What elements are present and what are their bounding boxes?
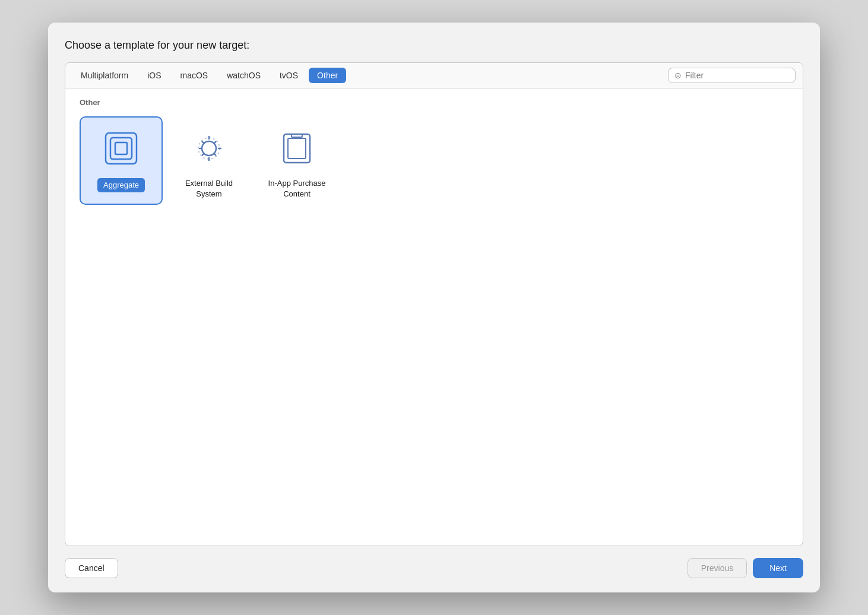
tab-macos[interactable]: macOS bbox=[172, 68, 216, 83]
filter-container: ⊜ bbox=[668, 68, 796, 83]
tabs-bar: Multiplatform iOS macOS watchOS tvOS Oth… bbox=[65, 63, 803, 88]
templates-grid: Aggregate External Build System bbox=[80, 116, 788, 205]
svg-rect-6 bbox=[292, 134, 302, 137]
section-label: Other bbox=[80, 98, 788, 107]
gear-icon bbox=[185, 125, 233, 172]
tab-other[interactable]: Other bbox=[309, 68, 346, 83]
filter-input[interactable] bbox=[685, 71, 789, 80]
svg-rect-1 bbox=[110, 138, 132, 159]
content-area: Other Aggregate bbox=[65, 88, 803, 546]
iap-label: In-App Purchase Content bbox=[261, 178, 332, 199]
previous-button[interactable]: Previous bbox=[688, 558, 747, 578]
template-item-aggregate[interactable]: Aggregate bbox=[80, 116, 163, 205]
aggregate-icon bbox=[97, 125, 145, 172]
svg-rect-5 bbox=[288, 138, 306, 158]
template-chooser-dialog: Choose a template for your new target: M… bbox=[48, 23, 820, 592]
tab-ios[interactable]: iOS bbox=[139, 68, 169, 83]
tab-watchos[interactable]: watchOS bbox=[218, 68, 269, 83]
template-item-external-build[interactable]: External Build System bbox=[167, 116, 251, 205]
cancel-button[interactable]: Cancel bbox=[65, 558, 118, 578]
tab-tvos[interactable]: tvOS bbox=[271, 68, 306, 83]
template-item-iap[interactable]: In-App Purchase Content bbox=[255, 116, 338, 205]
svg-rect-2 bbox=[115, 142, 127, 154]
next-button[interactable]: Next bbox=[753, 558, 803, 578]
main-panel: Multiplatform iOS macOS watchOS tvOS Oth… bbox=[65, 62, 803, 546]
filter-icon: ⊜ bbox=[674, 71, 682, 80]
right-buttons: Previous Next bbox=[688, 558, 803, 578]
dialog-title: Choose a template for your new target: bbox=[65, 39, 803, 52]
footer: Cancel Previous Next bbox=[65, 558, 803, 578]
external-build-label: External Build System bbox=[173, 178, 245, 199]
tab-multiplatform[interactable]: Multiplatform bbox=[72, 68, 137, 83]
aggregate-label: Aggregate bbox=[97, 178, 145, 192]
iap-icon bbox=[273, 125, 321, 172]
